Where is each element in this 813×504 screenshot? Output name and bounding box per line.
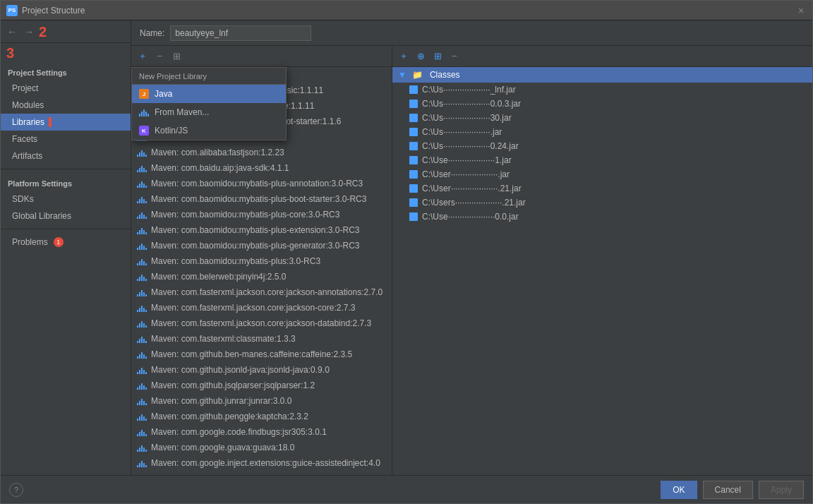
class-item[interactable]: C:\Us····················30.jar — [392, 111, 812, 125]
lib-item[interactable]: Maven: com.fasterxml:classmate:1.3.3 — [131, 331, 392, 347]
dropdown-item-from-maven[interactable]: From Maven... — [132, 103, 286, 121]
libraries-indicator — [49, 117, 52, 127]
main-content: ← → 2 3 Project Settings Project Modules… — [1, 20, 812, 475]
sidebar-item-project[interactable]: Project — [1, 80, 131, 97]
lib-item-label: Maven: com.belerweb:pinyin4j:2.5.0 — [151, 272, 286, 282]
lib-item[interactable]: Maven: com.google.code.findbugs:jsr305:3… — [131, 424, 392, 440]
lib-item-label: Maven: com.fasterxml.jackson.core:jackso… — [151, 318, 371, 328]
lib-item-label: Maven: com.baomidou:mybatis-plus-extensi… — [151, 225, 359, 235]
forward-button[interactable]: → — [22, 25, 36, 39]
sidebar-item-artifacts[interactable]: Artifacts — [1, 148, 131, 164]
remove-class-button[interactable]: − — [447, 49, 462, 64]
add-class-root-button[interactable]: ⊕ — [414, 49, 428, 64]
remove-library-button[interactable]: − — [152, 49, 167, 64]
add-class-spec-button[interactable]: ⊞ — [430, 49, 445, 64]
sidebar-item-facets[interactable]: Facets — [1, 131, 131, 148]
maven-icon — [137, 428, 147, 436]
lib-item[interactable]: Maven: com.github.jsonld-java:jsonld-jav… — [131, 362, 392, 378]
lib-item[interactable]: Maven: com.github.penggle:kaptcha:2.3.2 — [131, 409, 392, 424]
maven-icon — [137, 350, 147, 359]
sidebar-item-problems[interactable]: Problems 1 — [1, 234, 131, 251]
lib-item-label: Maven: com.google.code.findbugs:jsr305:3… — [151, 427, 327, 437]
bottom-left: ? — [9, 483, 23, 497]
maven-icon — [137, 412, 147, 421]
sidebar-item-libraries[interactable]: Libraries — [1, 114, 131, 131]
lib-item-label: Maven: com.github.junrar:junrar:3.0.0 — [151, 396, 291, 406]
lib-item-label: Maven: com.github.jsqlparser:jsqlparser:… — [151, 380, 315, 390]
maven-icon — [137, 304, 147, 312]
lib-item-label: Maven: com.google.inject.extensions:guic… — [151, 458, 380, 468]
lib-item[interactable]: Maven: com.google.inject.extensions:guic… — [131, 471, 392, 475]
class-item-label: C:\User····················.21.jar — [422, 184, 522, 193]
dialog: PS Project Structure × ← → 2 3 Project S… — [0, 0, 813, 504]
class-item-label: C:\Us····················_lnf.jar — [422, 85, 516, 95]
add-class-button[interactable]: + — [397, 49, 411, 64]
class-item[interactable]: C:\Us····················.jar — [392, 125, 812, 139]
dropdown-item-java[interactable]: J Java — [132, 85, 286, 103]
help-button[interactable]: ? — [9, 483, 23, 497]
class-item[interactable]: C:\Use····················0.0.jar — [392, 210, 812, 224]
sidebar-item-problems-label: Problems — [12, 237, 48, 247]
lib-item[interactable]: Maven: com.baomidou:mybatis-plus-annotat… — [131, 176, 392, 191]
lib-item[interactable]: Maven: com.fasterxml.jackson.core:jackso… — [131, 284, 392, 300]
class-item[interactable]: C:\Us····················_lnf.jar — [392, 83, 812, 97]
lib-item[interactable]: Maven: com.baomidou:mybatis-plus-boot-st… — [131, 191, 392, 207]
class-item[interactable]: C:\User····················.jar — [392, 167, 812, 181]
class-item[interactable]: C:\Us····················0.24.jar — [392, 139, 812, 153]
class-item-label: C:\Us····················30.jar — [422, 113, 512, 123]
lib-item-label: Maven: com.baomidou:mybatis-plus-generat… — [151, 241, 359, 251]
lib-item[interactable]: Maven: com.alibaba:fastjson:1.2.23 — [131, 145, 392, 160]
copy-library-button[interactable]: ⊞ — [169, 49, 183, 64]
sidebar-item-facets-label: Facets — [12, 134, 37, 144]
apply-button[interactable]: Apply — [759, 481, 804, 499]
class-item[interactable]: C:\Use····················1.jar — [392, 153, 812, 167]
cancel-button[interactable]: Cancel — [703, 481, 753, 499]
classes-list-items: C:\Us····················_lnf.jarC:\Us··… — [392, 83, 812, 224]
maven-icon — [137, 210, 147, 219]
class-item[interactable]: C:\Users····················.21.jar — [392, 196, 812, 210]
class-file-icon — [409, 128, 418, 136]
back-button[interactable]: ← — [5, 25, 19, 39]
classes-folder-icon: 📁 — [412, 70, 423, 80]
lib-item[interactable]: Maven: com.belerweb:pinyin4j:2.5.0 — [131, 269, 392, 284]
lib-item[interactable]: Maven: com.baidu.aip:java-sdk:4.1.1 — [131, 160, 392, 176]
lib-item[interactable]: Maven: com.baomidou:mybatis-plus-extensi… — [131, 222, 392, 238]
sidebar-nav-bar: ← → 2 — [1, 20, 131, 43]
close-button[interactable]: × — [795, 5, 807, 16]
name-input[interactable] — [170, 25, 311, 41]
class-item-label: C:\Us····················0.24.jar — [422, 141, 519, 151]
class-file-icon — [409, 142, 418, 150]
maven-icon — [137, 257, 147, 265]
lib-item-label: Maven: com.baomidou:mybatis-plus:3.0-RC3 — [151, 256, 320, 266]
class-item[interactable]: C:\Us····················0.0.3.jar — [392, 97, 812, 111]
app-icon: PS — [6, 5, 18, 16]
lib-item[interactable]: Maven: com.fasterxml.jackson.core:jackso… — [131, 300, 392, 316]
class-item[interactable]: C:\User····················.21.jar — [392, 181, 812, 196]
lib-item[interactable]: Maven: com.fasterxml.jackson.core:jackso… — [131, 316, 392, 331]
dropdown-item-kotlin-js[interactable]: K Kotlin/JS — [132, 121, 286, 140]
lib-item[interactable]: Maven: com.baomidou:mybatis-plus-core:3.… — [131, 207, 392, 222]
ok-button[interactable]: OK — [661, 481, 697, 499]
lib-item-label: Maven: com.github.jsonld-java:jsonld-jav… — [151, 365, 330, 375]
lib-item[interactable]: Maven: com.github.junrar:junrar:3.0.0 — [131, 393, 392, 409]
sidebar-item-sdks-label: SDKs — [12, 194, 34, 204]
lib-item-label: Maven: com.github.ben-manes.caffeine:caf… — [151, 349, 352, 359]
lib-item[interactable]: Maven: com.baomidou:mybatis-plus-generat… — [131, 238, 392, 253]
bottom-right: OK Cancel Apply — [661, 481, 804, 499]
sidebar-item-global-libraries[interactable]: Global Libraries — [1, 208, 131, 224]
lib-item[interactable]: Maven: com.github.ben-manes.caffeine:caf… — [131, 347, 392, 362]
new-library-dropdown: New Project Library J Java — [131, 67, 287, 140]
lib-item[interactable]: Maven: com.google.guava:guava:18.0 — [131, 440, 392, 455]
sidebar-item-libraries-label: Libraries — [12, 117, 44, 127]
dropdown-header: New Project Library — [132, 68, 286, 85]
bottom-bar: ? OK Cancel Apply — [1, 475, 812, 503]
add-library-button[interactable]: + — [136, 49, 150, 64]
sidebar-item-sdks[interactable]: SDKs — [1, 191, 131, 208]
maven-icon — [137, 241, 147, 250]
maven-icon — [137, 474, 147, 475]
sidebar-item-modules[interactable]: Modules — [1, 97, 131, 114]
lib-item[interactable]: Maven: com.google.inject.extensions:guic… — [131, 455, 392, 471]
lib-item[interactable]: Maven: com.github.jsqlparser:jsqlparser:… — [131, 378, 392, 393]
lib-item[interactable]: Maven: com.baomidou:mybatis-plus:3.0-RC3 — [131, 253, 392, 269]
dropdown-item-from-maven-label: From Maven... — [155, 107, 209, 117]
